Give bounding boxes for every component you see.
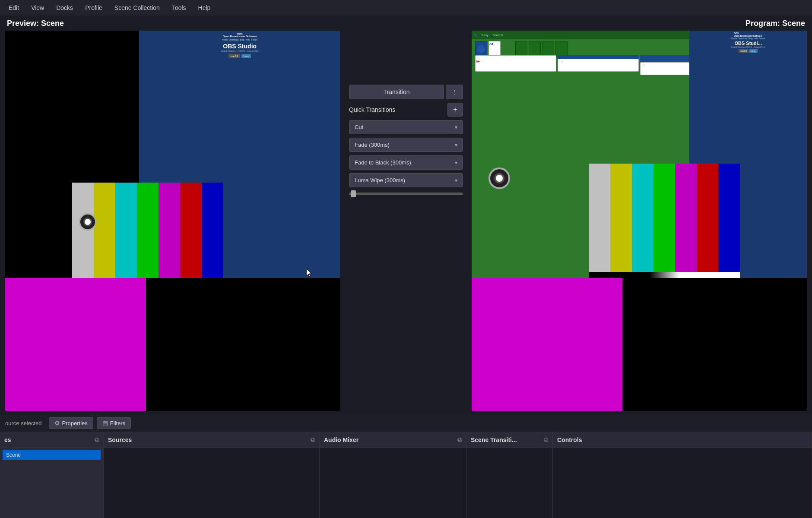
solitaire-card-back — [477, 45, 485, 53]
main-area: Preview: Scene OBSOpen Broadcaster Softw… — [0, 16, 812, 518]
transition-slider[interactable] — [349, 193, 463, 195]
menu-docks[interactable]: Docks — [51, 2, 78, 14]
preview-screen: OBSOpen Broadcaster Software Home Downlo… — [5, 31, 340, 411]
scene-item-scene[interactable]: Scene — [3, 450, 101, 460]
scenes-undock-icon[interactable]: ⧉ — [95, 436, 99, 443]
controls-header: Controls — [553, 432, 812, 448]
preview-obs-logo — [79, 213, 96, 231]
scene-trans-title: Scene Transiti... — [471, 436, 517, 443]
menu-tools[interactable]: Tools — [167, 2, 191, 14]
controls-title: Controls — [557, 436, 582, 443]
macos-btn: macOS — [228, 54, 240, 58]
transition-fade-black-label: Fade to Black (300ms) — [355, 159, 411, 166]
menu-scene-collection[interactable]: Scene Collection — [109, 2, 165, 14]
quick-transitions-row: Quick Transitions + — [349, 103, 463, 117]
sources-panel-title: Sources — [108, 436, 132, 443]
obs-logo-circle — [79, 213, 96, 231]
transition-luma-wipe[interactable]: Luma Wipe (300ms) ▾ — [349, 173, 463, 187]
sources-panel-content — [104, 448, 319, 518]
scene-trans-undock-icon[interactable]: ⧉ — [544, 436, 548, 443]
properties-button[interactable]: ⚙ Properties — [49, 417, 93, 429]
transition-fade[interactable]: Fade (300ms) ▾ — [349, 138, 463, 152]
program-obs-big: OBS Studi... — [734, 41, 762, 46]
transition-fade-label: Fade (300ms) — [355, 142, 390, 148]
dock-panels: es ⧉ Scene Sources ⧉ Audio Mixer — [0, 432, 812, 518]
filters-button[interactable]: ▤ Filters — [97, 417, 131, 429]
filter-icon: ▤ — [102, 420, 108, 426]
solitaire-card: K♣ — [558, 59, 639, 72]
program-macos-btn: macOS — [739, 49, 749, 53]
sources-panel: Sources ⧉ — [104, 432, 320, 518]
prog-bar-blue — [718, 164, 740, 272]
menu-help[interactable]: Help — [193, 2, 216, 14]
scene-transitions-panel: Scene Transiti... ⧉ — [466, 432, 553, 518]
menubar: Edit View Docks Profile Scene Collection… — [0, 0, 812, 16]
solitaire-easy-label: Easy — [482, 34, 488, 37]
add-icon: + — [453, 106, 457, 114]
solitaire-score: Score 0 — [493, 34, 503, 37]
transition-cut[interactable]: Cut ▾ — [349, 120, 463, 134]
transition-luma-wipe-label: Luma Wipe (300ms) — [355, 177, 405, 183]
scenes-panel: es ⧉ Scene — [0, 432, 104, 518]
audio-undock-icon[interactable]: ⧉ — [457, 436, 462, 443]
quick-transitions-label: Quick Transitions — [349, 106, 446, 113]
program-linux-btn: Linu... — [749, 49, 758, 53]
program-obs-buttons: macOS Linu... — [739, 49, 758, 53]
program-obs-nav: Home Download Blog Help Forum — [731, 37, 765, 40]
transition-more-button[interactable]: ⋮ — [446, 85, 463, 99]
menu-view[interactable]: View — [26, 2, 49, 14]
preview-area: Preview: Scene OBSOpen Broadcaster Softw… — [0, 16, 812, 414]
sources-panel-header: Sources ⧉ — [104, 432, 319, 448]
menu-profile[interactable]: Profile — [80, 2, 108, 14]
preview-purple-block — [5, 278, 146, 411]
preview-obs-btns: macOS Linux — [228, 54, 251, 58]
program-bars-row — [589, 164, 740, 272]
transition-panel: Transition ⋮ Quick Transitions + Cut ▾ F… — [346, 76, 466, 414]
audio-mixer-panel: Audio Mixer ⧉ — [320, 432, 466, 518]
quick-transitions-add-button[interactable]: + — [447, 103, 463, 117]
prog-bar-yellow — [610, 164, 632, 272]
preview-title: Preview: Scene — [5, 19, 340, 28]
prog-bar-magenta — [675, 164, 697, 272]
chevron-down-icon: ▾ — [455, 124, 457, 130]
transition-fade-black[interactable]: Fade to Black (300ms) ▾ — [349, 155, 463, 170]
no-source-text: ource selected — [5, 420, 42, 426]
program-logo-inner — [494, 173, 504, 183]
solitaire-card: 8♥ — [475, 59, 556, 72]
obs-logo-inner — [83, 218, 92, 226]
program-purple-block — [472, 278, 622, 411]
prog-bar-red — [697, 164, 718, 272]
program-obs-logo — [488, 167, 510, 189]
bottom-area: ource selected ⚙ Properties ▤ Filters es… — [0, 414, 812, 518]
scene-trans-content — [466, 448, 552, 518]
preview-panel: Preview: Scene OBSOpen Broadcaster Softw… — [0, 16, 346, 414]
program-obs-title: OBSOpen Broadcaster Software — [734, 32, 762, 37]
preview-obs-sub: Latest Release ⬛ 29.0.0 - August 31st — [221, 50, 259, 52]
preview-obs-title: OBSOpen Broadcaster Software — [223, 32, 257, 38]
program-title: Program: Scene — [472, 19, 807, 28]
solitaire-col-1: 9♠ 8♥ — [475, 55, 556, 287]
transition-button[interactable]: Transition — [349, 85, 444, 99]
program-black-block — [622, 278, 807, 411]
transition-slider-container — [349, 191, 463, 197]
sources-undock-icon[interactable]: ⧉ — [311, 436, 315, 443]
slider-thumb[interactable] — [351, 190, 356, 197]
source-toolbar: ource selected ⚙ Properties ▤ Filters — [0, 414, 812, 432]
program-logo-circle — [488, 167, 510, 189]
audio-panel-title: Audio Mixer — [324, 436, 358, 443]
program-obs-version: Latest Release 29.0.0 - August 31st — [731, 46, 765, 48]
menu-edit[interactable]: Edit — [3, 2, 24, 14]
program-panel: Program: Scene 🐾 Easy Score 0 0:00 — [466, 16, 812, 414]
more-icon: ⋮ — [451, 88, 457, 95]
prog-bar-cyan — [632, 164, 653, 272]
preview-obs-nav: Home Download Blog Help Forum — [222, 38, 257, 41]
prog-bar-green — [653, 164, 675, 272]
preview-black-bottom — [146, 278, 340, 411]
controls-content — [553, 448, 812, 518]
preview-obs-big-title: OBS Studio — [223, 43, 257, 50]
scene-trans-header: Scene Transiti... ⧉ — [466, 432, 552, 448]
scenes-panel-title: es — [4, 436, 11, 443]
gear-icon: ⚙ — [54, 420, 60, 426]
filters-label: Filters — [110, 420, 125, 426]
chevron-down-icon: ▾ — [455, 177, 457, 183]
